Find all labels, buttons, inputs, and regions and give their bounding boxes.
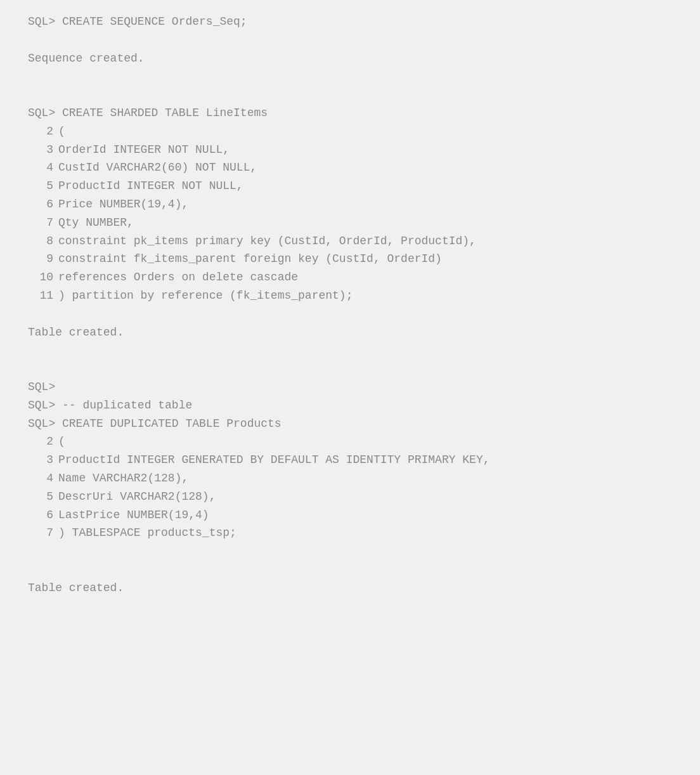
line-text: references Orders on delete cascade: [58, 268, 298, 287]
line-number: 6: [28, 195, 53, 214]
blank-line: [28, 31, 672, 49]
line-number: 2: [28, 433, 53, 451]
line-text: ProductId INTEGER NOT NULL,: [58, 177, 243, 195]
blank-line: [28, 360, 672, 378]
line-text: ProductId INTEGER GENERATED BY DEFAULT A…: [58, 451, 490, 469]
blank-line: [28, 86, 672, 104]
command-line: SQL>: [28, 378, 672, 396]
numbered-line: 2(: [28, 433, 672, 451]
numbered-line: 7) TABLESPACE products_tsp;: [28, 524, 672, 542]
line-text: Sequence created.: [28, 49, 145, 68]
line-text: LastPrice NUMBER(19,4): [58, 506, 209, 524]
numbered-line: 6Price NUMBER(19,4),: [28, 195, 672, 214]
line-text: Table created.: [28, 323, 124, 342]
numbered-line: 3ProductId INTEGER GENERATED BY DEFAULT …: [28, 451, 672, 469]
numbered-line: 8constraint pk_items primary key (CustId…: [28, 232, 672, 251]
blank-line: [28, 561, 672, 579]
line-text: CustId VARCHAR2(60) NOT NULL,: [58, 159, 257, 177]
numbered-line: 10references Orders on delete cascade: [28, 268, 672, 287]
blank-line: [28, 542, 672, 561]
line-number: 3: [28, 451, 53, 469]
line-text: SQL> CREATE SHARDED TABLE LineItems: [28, 104, 268, 122]
line-text: constraint pk_items primary key (CustId,…: [58, 232, 476, 251]
line-number: 11: [28, 287, 53, 305]
line-text: (: [58, 122, 65, 141]
line-number: 9: [28, 250, 53, 268]
line-number: 8: [28, 232, 53, 251]
numbered-line: 3OrderId INTEGER NOT NULL,: [28, 141, 672, 159]
line-text: DescrUri VARCHAR2(128),: [58, 488, 216, 506]
line-text: SQL>: [28, 378, 55, 396]
output-line: Table created.: [28, 579, 672, 597]
line-number: 6: [28, 506, 53, 524]
numbered-line: 11) partition by reference (fk_items_par…: [28, 287, 672, 305]
numbered-line: 2(: [28, 122, 672, 141]
command-line: SQL> CREATE DUPLICATED TABLE Products: [28, 415, 672, 433]
line-number: 7: [28, 214, 53, 232]
numbered-line: 6LastPrice NUMBER(19,4): [28, 506, 672, 524]
line-text: (: [58, 433, 65, 451]
line-text: OrderId INTEGER NOT NULL,: [58, 141, 230, 159]
line-text: ) TABLESPACE products_tsp;: [58, 524, 237, 542]
line-number: 2: [28, 122, 53, 141]
blank-line: [28, 67, 672, 86]
numbered-line: 5ProductId INTEGER NOT NULL,: [28, 177, 672, 195]
blank-line: [28, 305, 672, 323]
blank-line: [28, 341, 672, 360]
line-number: 4: [28, 469, 53, 488]
line-text: Qty NUMBER,: [58, 214, 134, 232]
line-text: Table created.: [28, 579, 124, 597]
line-text: Price NUMBER(19,4),: [58, 195, 188, 214]
numbered-line: 5DescrUri VARCHAR2(128),: [28, 488, 672, 506]
line-number: 5: [28, 488, 53, 506]
output-line: Table created.: [28, 323, 672, 342]
numbered-line: 7Qty NUMBER,: [28, 214, 672, 232]
line-number: 4: [28, 159, 53, 177]
line-text: Name VARCHAR2(128),: [58, 469, 188, 488]
line-number: 7: [28, 524, 53, 542]
command-line: SQL> CREATE SHARDED TABLE LineItems: [28, 104, 672, 122]
numbered-line: 9constraint fk_items_parent foreign key …: [28, 250, 672, 268]
line-text: SQL> CREATE DUPLICATED TABLE Products: [28, 415, 282, 433]
command-line: SQL> -- duplicated table: [28, 396, 672, 415]
line-text: constraint fk_items_parent foreign key (…: [58, 250, 442, 268]
command-line: SQL> CREATE SEQUENCE Orders_Seq;: [28, 13, 672, 31]
numbered-line: 4CustId VARCHAR2(60) NOT NULL,: [28, 159, 672, 177]
line-number: 3: [28, 141, 53, 159]
line-text: SQL> CREATE SEQUENCE Orders_Seq;: [28, 13, 247, 31]
line-text: SQL> -- duplicated table: [28, 396, 192, 415]
line-number: 5: [28, 177, 53, 195]
output-line: Sequence created.: [28, 49, 672, 68]
line-number: 10: [28, 268, 53, 287]
line-text: ) partition by reference (fk_items_paren…: [58, 287, 353, 305]
terminal-content: SQL> CREATE SEQUENCE Orders_Seq;Sequence…: [28, 13, 672, 597]
numbered-line: 4Name VARCHAR2(128),: [28, 469, 672, 488]
